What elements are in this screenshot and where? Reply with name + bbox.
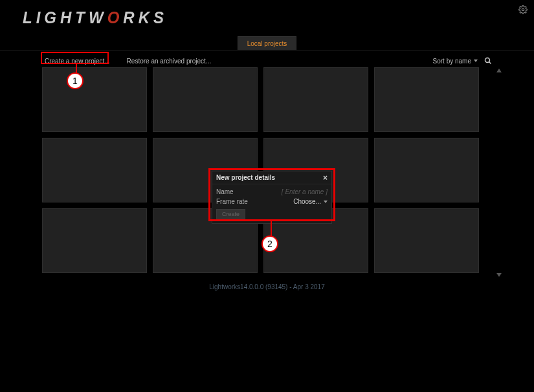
svg-point-0 — [522, 8, 524, 11]
svg-point-1 — [485, 58, 490, 63]
dialog-titlebar: New project details × — [212, 171, 331, 184]
name-label: Name — [216, 188, 234, 195]
search-icon[interactable] — [484, 57, 492, 65]
version-footer: Lightworks14.0.0.0 (93145) - Apr 3 2017 — [0, 283, 534, 290]
project-slot[interactable] — [153, 67, 258, 132]
chevron-down-icon — [474, 60, 478, 62]
project-grid — [42, 67, 489, 273]
settings-icon[interactable] — [518, 5, 528, 14]
tab-bar: Local projects — [0, 36, 534, 50]
project-slot[interactable] — [263, 67, 368, 132]
tab-local-projects[interactable]: Local projects — [238, 36, 297, 50]
restore-project-link[interactable]: Restore an archived project... — [124, 56, 214, 66]
framerate-label: Frame rate — [216, 198, 248, 205]
framerate-dropdown[interactable]: Choose... — [293, 198, 328, 205]
svg-line-2 — [489, 62, 491, 64]
project-slot[interactable] — [42, 138, 147, 202]
project-slot[interactable] — [374, 67, 479, 132]
project-toolbar: Create a new project... Restore an archi… — [42, 54, 492, 67]
close-icon[interactable]: × — [323, 175, 328, 181]
name-input[interactable]: [ Enter a name ] — [282, 188, 328, 195]
scroll-up-icon[interactable] — [496, 67, 502, 74]
project-slot[interactable] — [374, 138, 479, 202]
project-slot[interactable] — [42, 67, 147, 132]
scroll-down-icon[interactable] — [496, 272, 502, 278]
new-project-dialog: New project details × Name [ Enter a nam… — [212, 171, 332, 224]
sort-dropdown[interactable]: Sort by name — [433, 58, 478, 65]
project-slot[interactable] — [374, 208, 479, 273]
create-button[interactable]: Create — [216, 209, 245, 219]
chevron-down-icon — [324, 201, 328, 203]
project-slot[interactable] — [42, 208, 147, 273]
dialog-title-text: New project details — [216, 174, 275, 181]
create-project-link[interactable]: Create a new project... — [42, 56, 113, 66]
app-logo: LIGHTWORKS — [23, 8, 168, 27]
sort-label: Sort by name — [433, 58, 471, 65]
